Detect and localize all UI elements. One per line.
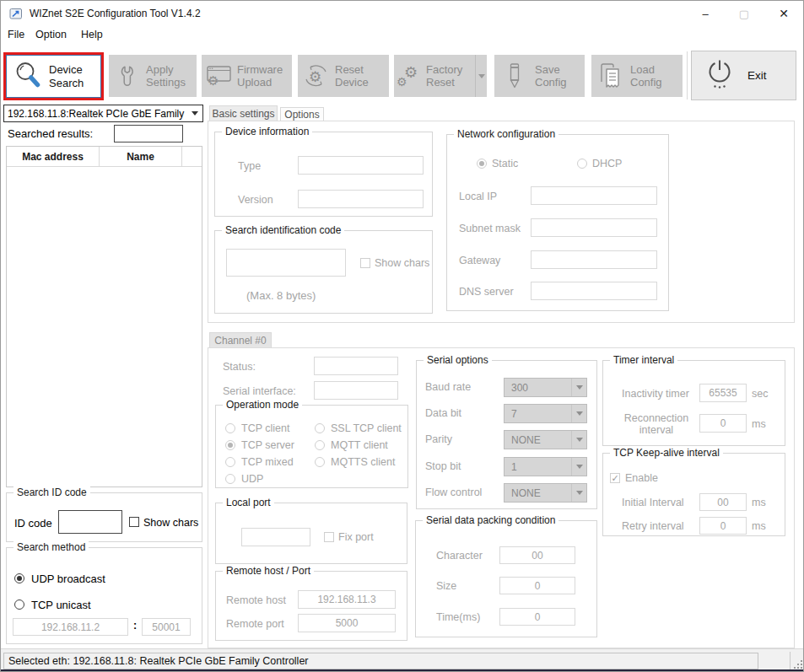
version-label: Version — [238, 194, 273, 206]
remote-port-label: Remote port — [226, 618, 284, 630]
reconnection-interval-label: Reconnection interval — [619, 412, 693, 437]
tab-channel-0[interactable]: Channel #0 — [209, 332, 272, 348]
local-ip-input[interactable] — [531, 186, 657, 205]
mqtts-client-radio[interactable] — [315, 457, 325, 467]
reconnection-interval-input[interactable] — [699, 414, 747, 433]
statusbar-separator — [790, 652, 791, 669]
gear-refresh-icon: ⚙ — [298, 63, 335, 89]
firmware-upload-button[interactable]: ⚙ FirmwareUpload — [202, 55, 292, 97]
character-label: Character — [436, 550, 483, 562]
parity-label: Parity — [425, 433, 452, 445]
mqtts-client-label: MQTTS client — [331, 456, 395, 468]
mqtt-client-radio[interactable] — [315, 440, 325, 450]
data-bit-select[interactable]: 7 — [504, 404, 587, 423]
baud-rate-label: Baud rate — [425, 381, 471, 393]
tcp-server-radio[interactable] — [225, 440, 235, 450]
searched-results-input[interactable] — [114, 125, 183, 142]
status-input[interactable] — [314, 357, 398, 375]
menu-help[interactable]: Help — [81, 29, 103, 40]
tab-basic-settings[interactable]: Basic settings — [209, 105, 278, 121]
size-input[interactable] — [499, 577, 575, 594]
load-config-button[interactable]: LoadConfig — [591, 55, 683, 97]
adapter-select-value: 192.168.11.8:Realtek PCIe GbE Family — [8, 108, 184, 120]
column-header-mac: Mac address — [7, 147, 100, 166]
show-chars2-checkbox[interactable] — [360, 258, 370, 268]
udp-broadcast-radio[interactable] — [14, 573, 24, 583]
chevron-down-icon — [571, 431, 586, 449]
fix-port-checkbox[interactable] — [324, 532, 334, 542]
wrench-icon — [109, 65, 146, 87]
subnet-mask-input[interactable] — [531, 218, 657, 237]
size-label: Size — [436, 580, 456, 592]
network-adapter-select[interactable]: 192.168.11.8:Realtek PCIe GbE Family — [3, 105, 203, 122]
factory-reset-dropdown-arrow[interactable] — [475, 55, 487, 97]
tcp-client-radio[interactable] — [225, 423, 235, 433]
dns-server-input[interactable] — [531, 282, 657, 300]
tcp-mixed-radio[interactable] — [225, 457, 235, 467]
stop-bit-label: Stop bit — [425, 460, 461, 472]
max-bytes-hint: (Max. 8 bytes) — [246, 289, 316, 302]
window-bottom-edge — [1, 669, 803, 671]
gateway-input[interactable] — [531, 250, 657, 269]
window-title: WIZnet S2E Configuration Tool V1.4.2 — [30, 8, 201, 19]
search-results-table[interactable]: Mac address Name — [6, 146, 202, 487]
udp-radio[interactable] — [225, 474, 235, 484]
device-search-button[interactable]: DeviceSearch — [3, 52, 104, 100]
identification-code-input[interactable] — [226, 249, 346, 277]
chevron-down-icon — [571, 379, 586, 396]
tcp-unicast-radio[interactable] — [14, 599, 24, 610]
remote-host-input[interactable] — [298, 590, 396, 609]
resize-grip[interactable] — [791, 658, 803, 669]
initial-interval-unit: ms — [752, 497, 766, 508]
show-chars-checkbox[interactable] — [129, 517, 139, 527]
tcp-unicast-label: TCP unicast — [31, 599, 91, 611]
local-ip-label: Local IP — [459, 191, 497, 202]
show-chars2-label: Show chars — [375, 257, 429, 269]
tab-options[interactable]: Options — [280, 107, 324, 121]
ssl-tcp-client-radio[interactable] — [315, 423, 325, 433]
tcp-mixed-label: TCP mixed — [241, 456, 294, 468]
local-port-input[interactable] — [241, 528, 310, 546]
dhcp-radio[interactable] — [577, 159, 587, 169]
factory-reset-button[interactable]: ⚙ ⚙ FactoryReset — [394, 55, 487, 97]
remote-host-label: Remote host — [226, 594, 286, 606]
serial-interface-input[interactable] — [314, 381, 398, 400]
parity-select[interactable]: NONE — [504, 430, 587, 449]
time-ms-input[interactable] — [499, 608, 575, 626]
id-code-input[interactable] — [58, 510, 122, 534]
udp-label: UDP — [241, 473, 263, 485]
static-radio[interactable] — [477, 159, 487, 169]
close-button[interactable]: ✕ — [764, 1, 804, 26]
stop-bit-select[interactable]: 1 — [504, 457, 587, 476]
chevron-down-icon — [571, 484, 586, 502]
flow-control-label: Flow control — [425, 487, 482, 498]
flow-control-select[interactable]: NONE — [504, 483, 587, 503]
menu-option[interactable]: Option — [35, 29, 67, 40]
maximize-button[interactable]: ▢ — [725, 1, 764, 26]
type-input[interactable] — [298, 156, 424, 175]
minimize-button[interactable]: – — [686, 1, 725, 26]
menu-file[interactable]: File — [8, 29, 24, 40]
character-input[interactable] — [499, 546, 575, 564]
retry-interval-input[interactable] — [699, 517, 747, 535]
mqtt-client-label: MQTT client — [331, 439, 388, 451]
inactivity-timer-input[interactable] — [699, 384, 747, 402]
type-label: Type — [238, 160, 261, 172]
remote-port-input[interactable] — [298, 614, 396, 632]
unicast-ip-input[interactable] — [13, 618, 128, 636]
keepalive-enable-checkbox[interactable]: ✓ — [610, 473, 620, 483]
baud-rate-select[interactable]: 300 — [504, 378, 587, 397]
unicast-port-input[interactable] — [142, 618, 191, 636]
reset-device-button[interactable]: ⚙ ResetDevice — [298, 55, 389, 97]
initial-interval-input[interactable] — [699, 493, 747, 511]
apply-settings-button[interactable]: ApplySettings — [109, 55, 197, 97]
save-config-button[interactable]: SaveConfig — [494, 55, 585, 97]
version-input[interactable] — [298, 190, 424, 208]
exit-button[interactable]: Exit — [691, 51, 796, 100]
title-bar: WIZnet S2E Configuration Tool V1.4.2 – ▢… — [1, 1, 803, 26]
keepalive-enable-label: Enable — [625, 472, 658, 484]
tcp-server-label: TCP server — [241, 439, 294, 451]
svg-text:⚙: ⚙ — [208, 73, 219, 88]
app-icon — [9, 7, 23, 20]
subnet-mask-label: Subnet mask — [459, 223, 521, 234]
